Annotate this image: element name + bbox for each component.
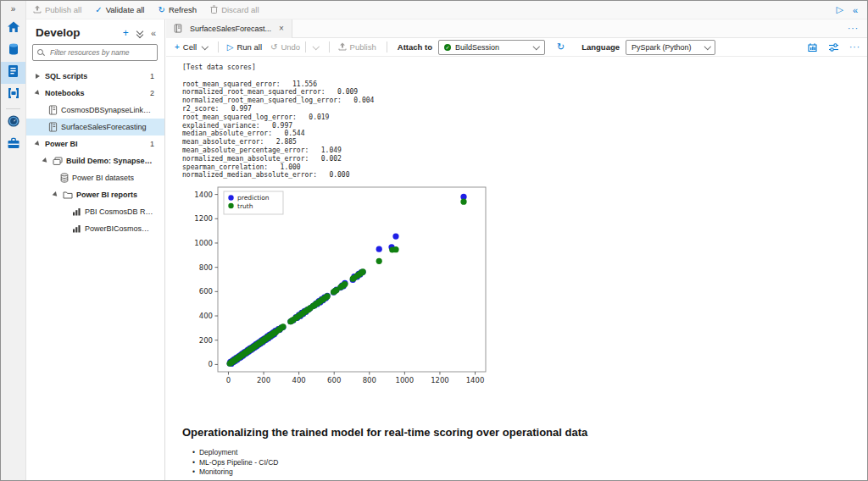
nav-develop[interactable] [1, 62, 25, 84]
split-divider [305, 41, 306, 53]
scatter-plot: 0200400600800100012001400020040060080010… [179, 180, 494, 399]
refresh-session-icon[interactable]: ↻ [557, 41, 565, 53]
nav-manage[interactable] [1, 134, 25, 156]
undo-icon: ↺ [270, 43, 277, 52]
discard-all-label: Discard all [221, 5, 259, 14]
tree-item-powerbicosmosdb-b[interactable]: PowerBICosmosDB B... [25, 220, 164, 237]
notebook-icon [48, 122, 58, 132]
chevron-expanded-icon[interactable] [53, 191, 59, 198]
discard-all-button[interactable]: Discard all [210, 5, 259, 15]
tree-item-label: PowerBICosmosDB B... [85, 224, 154, 233]
markdown-bullet-list: DeploymentML-Ops Pipeline - CI/CDMonitor… [192, 448, 279, 478]
tab-close-icon[interactable]: × [279, 24, 284, 33]
folder-icon [63, 191, 73, 199]
report-icon [72, 224, 81, 233]
expand-rail-icon[interactable]: » [1, 1, 25, 18]
nav-home[interactable] [1, 18, 25, 40]
item-count-badge: 1 [150, 140, 154, 148]
svg-text:1000: 1000 [396, 376, 415, 384]
publish-all-button[interactable]: Publish all [33, 5, 81, 15]
develop-panel-header: Develop + « [25, 19, 164, 44]
validate-all-button[interactable]: ✓ Validate all [95, 5, 144, 14]
bullet-item: Monitoring [192, 467, 279, 478]
tree-item-cosmosdbsynapselink-reta[interactable]: CosmosDBSynapseLink_Reta... [25, 102, 164, 119]
svg-text:0: 0 [209, 360, 213, 368]
more-actions-ellipsis[interactable]: ··· [849, 42, 860, 52]
variables-icon[interactable] [807, 42, 818, 53]
publish-icon [33, 5, 42, 15]
collapse-all-icon[interactable] [137, 29, 142, 37]
attach-to-dropdown[interactable]: ✓ BuildSession [438, 40, 545, 55]
svg-text:800: 800 [199, 263, 213, 272]
refresh-button[interactable]: ↻ Refresh [158, 5, 197, 14]
refresh-label: Refresh [169, 5, 197, 14]
resource-tree: SQL scripts1Notebooks2CosmosDBSynapseLin… [25, 68, 164, 237]
filter-box [32, 44, 158, 61]
publish-button[interactable]: Publish [338, 42, 376, 53]
workspace-icon [53, 157, 63, 166]
chevron-expanded-icon[interactable] [35, 90, 42, 97]
chevron-expanded-icon[interactable] [35, 141, 42, 147]
tree-item-build-demo-synapse-link-f[interactable]: Build Demo: Synapse Link f... [25, 152, 164, 169]
notebook-icon [174, 24, 182, 33]
filter-input[interactable] [48, 47, 153, 58]
publish-icon [338, 42, 347, 53]
nav-integrate[interactable] [1, 84, 25, 106]
run-icon: ▷ [227, 43, 234, 52]
tree-item-power-bi[interactable]: Power BI1 [25, 135, 164, 152]
svg-text:1400: 1400 [466, 376, 485, 384]
configure-session-icon[interactable] [828, 42, 839, 53]
play-icon[interactable]: ▷ [836, 4, 843, 15]
svg-text:1400: 1400 [194, 191, 213, 199]
database-icon [7, 42, 20, 59]
chevron-down-icon [202, 43, 209, 50]
tree-item-pbi-cosmosdb-retail[interactable]: PBI CosmosDB Retail ... [25, 203, 164, 220]
svg-text:1200: 1200 [431, 376, 449, 384]
datasets-icon [60, 173, 69, 183]
bullet-item: ML-Ops Pipeline - CI/CD [192, 458, 279, 468]
nav-data[interactable] [1, 40, 25, 62]
item-count-badge: 1 [150, 72, 154, 80]
page-title: Develop [36, 26, 114, 39]
attach-to-label: Attach to [398, 42, 432, 52]
svg-text:400: 400 [292, 376, 306, 384]
session-ok-icon: ✓ [444, 44, 451, 51]
undo-label: Undo [281, 42, 300, 52]
run-all-button[interactable]: ▷ Run all [227, 42, 262, 52]
language-label: Language [581, 42, 620, 52]
chevron-down-icon[interactable] [313, 43, 320, 50]
tree-item-power-bi-datasets[interactable]: Power BI datasets [25, 169, 164, 186]
left-nav-rail: » [1, 1, 26, 480]
scatter-plot-figure: 0200400600800100012001400020040060080010… [179, 180, 494, 399]
tab-surfacesalesforecasting[interactable]: SurfaceSalesForecast... × [166, 19, 292, 38]
svg-text:600: 600 [327, 376, 341, 384]
check-icon: ✓ [95, 6, 102, 14]
language-dropdown[interactable]: PySpark (Python) [626, 40, 715, 55]
toolbar-separator [218, 41, 219, 53]
tree-item-power-bi-reports[interactable]: Power BI reports [25, 186, 164, 203]
tree-item-label: Power BI reports [76, 191, 137, 199]
add-resource-button[interactable]: + [123, 27, 129, 39]
trash-icon [210, 5, 218, 15]
collapse-right-panel-icon[interactable]: « [853, 5, 858, 15]
svg-text:400: 400 [199, 312, 213, 320]
add-cell-button[interactable]: + Cell [175, 42, 208, 52]
run-all-label: Run all [236, 42, 262, 52]
tree-item-label: SQL scripts [45, 72, 87, 80]
tree-item-surfacesalesforecasting[interactable]: SurfaceSalesForecasting [25, 119, 164, 135]
toolbar-separator [329, 41, 330, 53]
undo-button[interactable]: ↺ Undo [270, 41, 319, 53]
tree-item-label: Power BI [45, 140, 78, 148]
more-tabs-ellipsis[interactable]: ··· [848, 24, 859, 33]
notebook-toolbar-right: ··· [807, 42, 860, 53]
collapse-panel-icon[interactable]: « [151, 28, 156, 38]
chevron-collapsed-icon[interactable] [36, 74, 40, 79]
svg-text:0: 0 [226, 376, 231, 384]
home-icon [7, 20, 20, 37]
chevron-down-icon [533, 43, 540, 50]
tree-item-sql-scripts[interactable]: SQL scripts1 [25, 68, 164, 85]
tree-item-notebooks[interactable]: Notebooks2 [25, 85, 164, 102]
notebook-content: [Test data scores] root_mean_squared_err… [167, 57, 866, 479]
chevron-expanded-icon[interactable] [42, 158, 49, 164]
nav-monitor[interactable] [1, 112, 25, 134]
